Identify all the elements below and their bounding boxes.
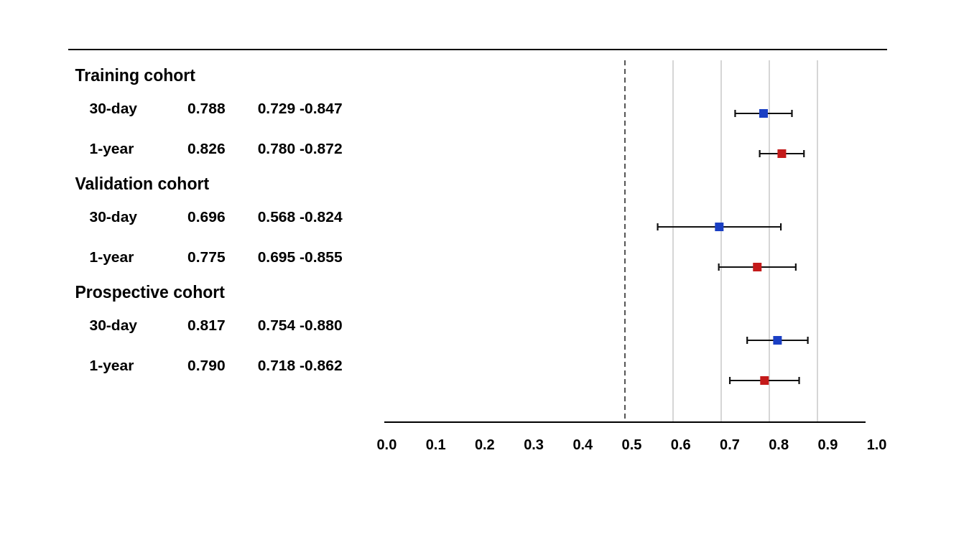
ci-value: 0.780 -0.872 <box>258 140 377 157</box>
ci-value: 0.729 -0.847 <box>258 100 377 117</box>
table-row: 30-day 0.696 0.568 -0.824 <box>68 197 377 237</box>
forest-plot-svg <box>377 60 873 429</box>
x-axis-tick: 0.4 <box>572 437 593 453</box>
x-axis-tick: 0.8 <box>769 437 789 453</box>
point-estimate <box>759 109 767 118</box>
cstat-value: 0.788 <box>187 100 258 117</box>
rows-and-plot: Training cohort 30-day 0.788 0.729 -0.84… <box>68 60 887 458</box>
table-row: 1-year 0.826 0.780 -0.872 <box>68 129 377 169</box>
x-axis-tick: 0.3 <box>524 437 544 453</box>
section-label: Prospective cohort <box>68 277 377 305</box>
ci-value: 0.568 -0.824 <box>258 208 377 225</box>
table-row: 1-year 0.775 0.695 -0.855 <box>68 237 377 277</box>
table-row: 1-year 0.790 0.718 -0.862 <box>68 345 377 386</box>
ci-value: 0.754 -0.880 <box>258 317 377 334</box>
cstat-value: 0.696 <box>187 208 258 225</box>
group-label: 30-day <box>75 208 188 225</box>
group-label: 30-day <box>75 100 188 117</box>
cstat-value: 0.790 <box>187 357 258 374</box>
chart-container: Training cohort 30-day 0.788 0.729 -0.84… <box>54 29 916 531</box>
section-label: Training cohort <box>68 60 377 88</box>
x-axis-labels: 0.00.10.20.30.40.50.60.70.80.91.0 <box>377 432 887 453</box>
x-axis-tick: 0.0 <box>377 437 397 453</box>
left-table: Training cohort 30-day 0.788 0.729 -0.84… <box>68 60 377 458</box>
point-estimate <box>715 223 723 231</box>
table-row: 30-day 0.788 0.729 -0.847 <box>68 88 377 129</box>
table-row: 30-day 0.817 0.754 -0.880 <box>68 305 377 345</box>
x-axis-tick: 0.5 <box>622 437 642 453</box>
ci-value: 0.718 -0.862 <box>258 357 377 374</box>
group-label: 1-year <box>75 140 188 157</box>
cstat-value: 0.817 <box>187 317 258 334</box>
point-estimate <box>773 336 782 345</box>
group-label: 30-day <box>75 317 188 334</box>
cstat-value: 0.826 <box>187 140 258 157</box>
point-estimate <box>760 376 769 385</box>
x-axis-tick: 1.0 <box>867 437 887 453</box>
x-axis-tick: 0.7 <box>720 437 740 453</box>
x-axis-tick: 0.6 <box>671 437 691 453</box>
ci-value: 0.695 -0.855 <box>258 248 377 266</box>
x-axis-tick: 0.1 <box>426 437 446 453</box>
point-estimate <box>777 149 786 158</box>
right-plot: 0.00.10.20.30.40.50.60.70.80.91.0 <box>377 60 887 458</box>
group-label: 1-year <box>75 248 188 266</box>
point-estimate <box>753 263 761 271</box>
x-axis-tick: 0.2 <box>475 437 495 453</box>
group-label: 1-year <box>75 357 188 374</box>
top-divider <box>68 49 887 50</box>
cstat-value: 0.775 <box>187 248 258 266</box>
x-axis-tick: 0.9 <box>817 437 838 453</box>
section-label: Validation cohort <box>68 169 377 197</box>
